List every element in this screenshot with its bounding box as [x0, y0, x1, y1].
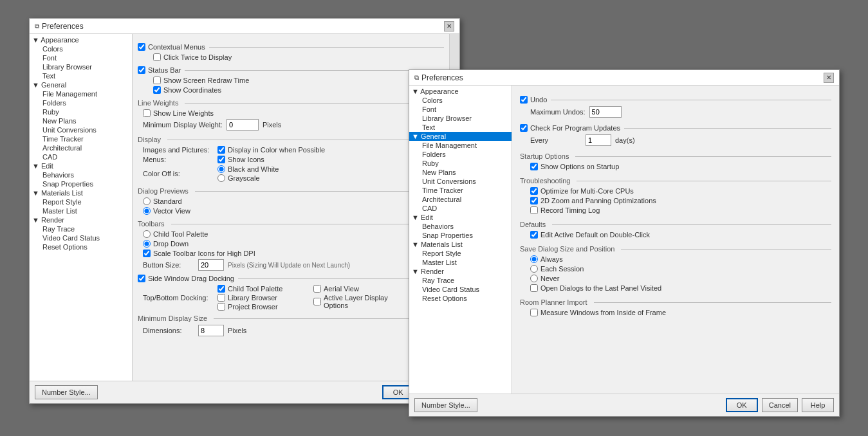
show-icons-checkbox[interactable]	[217, 156, 225, 163]
d2-tree-behaviors[interactable]: Behaviors	[409, 222, 512, 231]
display-color-label[interactable]: Display in Color when Possible	[217, 146, 325, 154]
d2-tree-file-management[interactable]: File Management	[409, 141, 512, 150]
tree-library-browser[interactable]: Library Browser	[30, 62, 132, 71]
active-layer-checkbox[interactable]	[313, 298, 321, 305]
active-layer-label[interactable]: Active Layer Display Options	[313, 294, 396, 309]
always-label[interactable]: Always	[530, 255, 563, 263]
record-timing-label[interactable]: Record Timing Log	[530, 206, 600, 214]
d2-tree-general[interactable]: ▼ General	[409, 132, 512, 141]
tree-master-list[interactable]: Master List	[30, 206, 132, 215]
tree-materials-list[interactable]: ▼ Materials List	[30, 188, 132, 197]
show-coordinates-label[interactable]: Show Coordinates	[153, 86, 221, 94]
each-session-label[interactable]: Each Session	[530, 265, 584, 273]
click-twice-checkbox-label[interactable]: Click Twice to Display	[153, 53, 232, 61]
edit-active-default-label[interactable]: Edit Active Default on Double-Click	[530, 231, 650, 239]
click-twice-checkbox[interactable]	[153, 53, 161, 61]
tree-general[interactable]: ▼ General	[30, 80, 132, 89]
vector-view-label[interactable]: Vector View	[143, 207, 190, 215]
d2-tree-time-tracker[interactable]: Time Tracker	[409, 186, 512, 195]
tree-colors[interactable]: Colors	[30, 44, 132, 53]
measure-windows-label[interactable]: Measure Windows from Inside of Frame	[530, 309, 666, 316]
d2-tree-unit-conversions[interactable]: Unit Conversions	[409, 177, 512, 186]
check-updates-label[interactable]: Check For Program Updates	[520, 124, 620, 132]
tree-render[interactable]: ▼ Render	[30, 215, 132, 224]
always-radio[interactable]	[530, 255, 538, 263]
tree-ray-trace[interactable]: Ray Trace	[30, 224, 132, 233]
show-options-startup-label[interactable]: Show Options on Startup	[530, 163, 619, 170]
side-window-label[interactable]: Side Window Drag Docking	[138, 275, 234, 282]
black-white-label[interactable]: Black and White	[217, 165, 279, 173]
child-tool-palette-label[interactable]: Child Tool Palette	[143, 230, 208, 238]
aerial-view-label[interactable]: Aerial View	[313, 285, 396, 293]
library-browser-label[interactable]: Library Browser	[217, 294, 300, 302]
drop-down-label[interactable]: Drop Down	[143, 240, 189, 248]
grayscale-label[interactable]: Grayscale	[217, 174, 279, 182]
aerial-view-checkbox[interactable]	[313, 285, 321, 293]
dialog-2-number-style-button[interactable]: Number Style...	[414, 398, 477, 412]
d2-tree-video-card-status[interactable]: Video Card Status	[409, 285, 512, 294]
library-browser-checkbox[interactable]	[217, 294, 225, 302]
tree-new-plans[interactable]: New Plans	[30, 116, 132, 125]
each-session-radio[interactable]	[530, 265, 538, 273]
tree-ruby[interactable]: Ruby	[30, 107, 132, 116]
undo-checkbox[interactable]	[520, 96, 528, 104]
scale-toolbar-checkbox[interactable]	[143, 250, 151, 257]
record-timing-checkbox[interactable]	[530, 206, 538, 214]
d2-tree-new-plans[interactable]: New Plans	[409, 168, 512, 177]
dialog-1-number-style-button[interactable]: Number Style...	[35, 385, 98, 399]
d2-tree-font[interactable]: Font	[409, 105, 512, 114]
scale-toolbar-label[interactable]: Scale Toolbar Icons for High DPI	[143, 250, 255, 257]
d2-tree-cad[interactable]: CAD	[409, 204, 512, 213]
dialog-1-close-button[interactable]: ✕	[444, 21, 454, 32]
tree-behaviors[interactable]: Behaviors	[30, 170, 132, 179]
tree-folders[interactable]: Folders	[30, 98, 132, 107]
show-options-startup-checkbox[interactable]	[530, 163, 538, 170]
d2-tree-render[interactable]: ▼ Render	[409, 267, 512, 276]
d2-tree-report-style[interactable]: Report Style	[409, 249, 512, 258]
max-undos-input[interactable]	[589, 106, 622, 118]
button-size-input[interactable]	[198, 259, 224, 271]
drop-down-radio[interactable]	[143, 240, 151, 248]
optimize-multi-checkbox[interactable]	[530, 187, 538, 195]
status-bar-checkbox[interactable]	[138, 66, 145, 74]
d2-tree-ray-trace[interactable]: Ray Trace	[409, 276, 512, 285]
tree-architectural[interactable]: Architectural	[30, 143, 132, 152]
grayscale-radio[interactable]	[217, 174, 225, 182]
child-tool-palette2-checkbox[interactable]	[217, 285, 225, 293]
tree-time-tracker[interactable]: Time Tracker	[30, 134, 132, 143]
tree-reset-options[interactable]: Reset Options	[30, 242, 132, 251]
tree-file-management[interactable]: File Management	[30, 89, 132, 98]
dimensions-input[interactable]	[198, 325, 224, 336]
every-input[interactable]	[586, 134, 611, 146]
contextual-menus-checkbox[interactable]	[138, 43, 145, 51]
d2-tree-snap-properties[interactable]: Snap Properties	[409, 231, 512, 240]
tree-text[interactable]: Text	[30, 71, 132, 80]
d2-tree-master-list[interactable]: Master List	[409, 258, 512, 267]
show-screen-redraw-checkbox[interactable]	[153, 77, 161, 84]
child-tool-palette2-label[interactable]: Child Tool Palette	[217, 285, 300, 293]
contextual-menus-checkbox-label[interactable]: Contextual Menus	[138, 43, 205, 51]
dialog-2-help-button[interactable]: Help	[802, 398, 834, 412]
standard-radio[interactable]	[143, 197, 151, 205]
dialog-2-close-button[interactable]: ✕	[824, 73, 834, 83]
open-dialogs-label[interactable]: Open Dialogs to the Last Panel Visited	[530, 284, 661, 292]
d2-tree-colors[interactable]: Colors	[409, 96, 512, 105]
tree-cad[interactable]: CAD	[30, 152, 132, 161]
never-label[interactable]: Never	[530, 275, 559, 282]
project-browser-label[interactable]: Project Browser	[217, 303, 300, 311]
show-screen-redraw-label[interactable]: Show Screen Redraw Time	[153, 77, 249, 84]
tree-video-card-status[interactable]: Video Card Status	[30, 233, 132, 242]
d2-tree-ruby[interactable]: Ruby	[409, 159, 512, 168]
tree-edit[interactable]: ▼ Edit	[30, 161, 132, 170]
side-window-checkbox[interactable]	[138, 275, 145, 282]
zoom-panning-checkbox[interactable]	[530, 197, 538, 204]
d2-tree-materials-list[interactable]: ▼ Materials List	[409, 240, 512, 249]
standard-label[interactable]: Standard	[143, 197, 182, 205]
black-white-radio[interactable]	[217, 165, 225, 173]
measure-windows-checkbox[interactable]	[530, 309, 538, 316]
optimize-multi-label[interactable]: Optimize for Multi-Core CPUs	[530, 187, 634, 195]
d2-tree-edit[interactable]: ▼ Edit	[409, 213, 512, 222]
status-bar-checkbox-label[interactable]: Status Bar	[138, 66, 181, 74]
show-coordinates-checkbox[interactable]	[153, 86, 161, 94]
tree-font[interactable]: Font	[30, 53, 132, 62]
